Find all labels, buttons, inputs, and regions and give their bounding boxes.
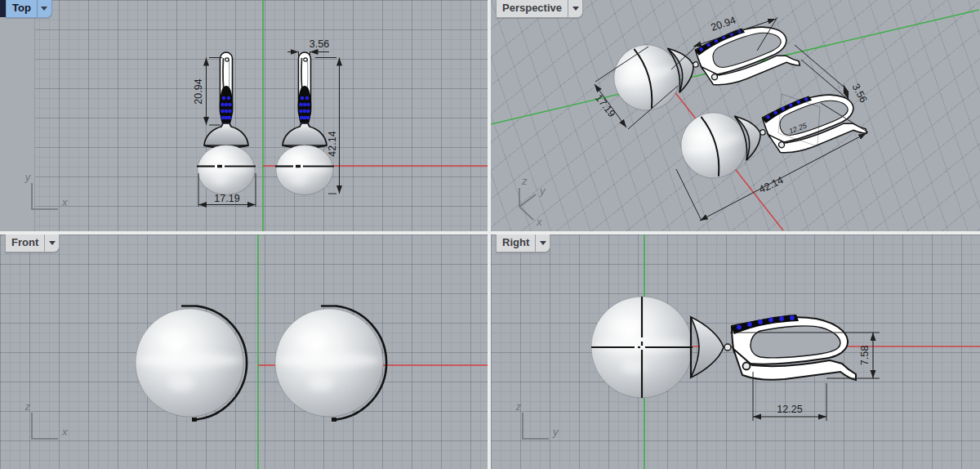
svg-text:3.56: 3.56 <box>850 82 870 105</box>
svg-text:y: y <box>552 426 559 438</box>
svg-text:z: z <box>24 400 31 413</box>
svg-text:x: x <box>536 216 542 228</box>
chevron-down-icon <box>41 7 47 11</box>
svg-text:17.19: 17.19 <box>214 193 239 204</box>
chevron-down-icon <box>540 241 546 245</box>
viewport-title: Right <box>497 234 535 252</box>
viewport-menu-button[interactable] <box>536 234 550 252</box>
viewport-tab-front[interactable]: Front <box>5 234 60 252</box>
axis-icon: y x <box>24 171 68 209</box>
right-view-canvas: 7.58 12.25 z y <box>491 234 980 469</box>
axis-icon: z y x <box>519 175 546 228</box>
viewport-tab-perspective[interactable]: Perspective <box>496 0 583 18</box>
svg-text:7.58: 7.58 <box>859 346 871 365</box>
svg-text:20.94: 20.94 <box>710 14 737 33</box>
svg-text:x: x <box>61 196 68 208</box>
chevron-down-icon <box>49 241 56 245</box>
axis-icon: z x <box>24 400 68 439</box>
viewport-perspective[interactable]: Perspective 20.94 <box>491 0 980 231</box>
svg-text:z: z <box>515 400 522 413</box>
viewport-title: Top <box>7 0 37 17</box>
pearl-right <box>275 306 386 422</box>
viewport-menu-button[interactable] <box>45 234 59 252</box>
viewport-title: Front <box>6 234 44 252</box>
pearl-left <box>136 306 247 422</box>
svg-text:20.94: 20.94 <box>193 78 204 104</box>
svg-text:x: x <box>61 426 68 438</box>
axis-icon: z y <box>515 400 559 439</box>
viewport-tab-right[interactable]: Right <box>496 234 550 252</box>
svg-text:42.14: 42.14 <box>327 131 338 156</box>
front-view-canvas: z x <box>0 234 488 469</box>
svg-text:3.56: 3.56 <box>310 38 329 50</box>
chevron-down-icon <box>572 7 579 11</box>
viewport-title: Perspective <box>497 0 568 17</box>
svg-text:y: y <box>24 171 32 183</box>
earring-left <box>197 52 256 195</box>
svg-text:z: z <box>521 175 528 187</box>
viewport-right[interactable]: Right <box>491 234 980 469</box>
viewport-menu-button[interactable] <box>38 0 51 17</box>
viewport-menu-button[interactable] <box>568 0 582 17</box>
viewport-top[interactable]: Top 20.94 3.56 <box>0 0 488 231</box>
earring-side <box>591 297 856 398</box>
dim-stem-height: 20.94 <box>193 58 222 126</box>
svg-text:y: y <box>539 185 546 197</box>
viewport-tab-top[interactable]: Top <box>6 0 52 18</box>
svg-text:12.25: 12.25 <box>777 404 802 415</box>
perspective-view-canvas: 20.94 17.19 3.56 42.14 <box>491 0 980 231</box>
earring-right <box>275 52 334 195</box>
svg-text:17.19: 17.19 <box>593 92 617 119</box>
top-view-canvas: 20.94 3.56 42.14 17.19 <box>0 0 488 231</box>
viewport-front[interactable]: Front <box>0 234 488 469</box>
rhino-four-viewport-workspace: Top 20.94 3.56 <box>0 0 980 469</box>
earring-upper <box>607 7 801 118</box>
svg-text:42.14: 42.14 <box>757 174 785 195</box>
